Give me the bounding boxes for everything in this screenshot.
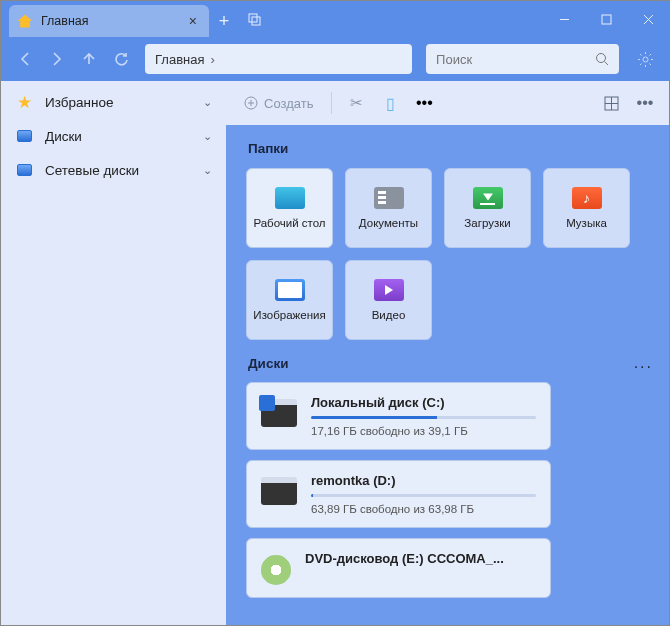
layout-button[interactable] [597,89,625,117]
folder-documents[interactable]: Документы [345,168,432,248]
sidebar-item-disks[interactable]: Диски ⌄ [1,119,226,153]
refresh-button[interactable] [107,45,135,73]
music-folder-icon [572,187,602,209]
toolbar-separator [331,92,332,114]
sidebar-item-favorites[interactable]: ★ Избранное ⌄ [1,85,226,119]
pictures-folder-icon [275,279,305,301]
window-close-button[interactable] [627,1,669,37]
folder-music[interactable]: Музыка [543,168,630,248]
breadcrumb[interactable]: Главная › [145,44,412,74]
disk-dvd[interactable]: DVD-дисковод (E:) CCCOMA_... [246,538,551,598]
sidebar: ★ Избранное ⌄ Диски ⌄ Сетевые диски ⌄ [1,81,226,625]
tab-title: Главная [41,14,185,28]
cut-button[interactable]: ✂ [342,89,370,117]
disks-heading: Диски [248,356,288,371]
local-disk-icon [261,399,297,427]
plus-circle-icon [244,96,258,110]
create-button[interactable]: Создать [236,92,321,115]
breadcrumb-root: Главная [155,52,204,67]
disks-list: Локальный диск (C:) 17,16 ГБ свободно из… [246,382,657,598]
chevron-right-icon: › [210,52,214,67]
search-input[interactable]: Поиск [426,44,619,74]
main-pane: Папки Рабочий стол Документы Загрузки Му… [226,125,669,625]
disk-d[interactable]: remontka (D:) 63,89 ГБ свободно из 63,98… [246,460,551,528]
options-button[interactable]: ••• [631,89,659,117]
disks-more-button[interactable]: ... [634,354,653,372]
dvd-drive-icon [261,555,291,585]
sidebar-item-label: Избранное [45,95,203,110]
sidebar-item-network-drives[interactable]: Сетевые диски ⌄ [1,153,226,187]
documents-folder-icon [374,187,404,209]
home-icon [17,13,33,29]
search-icon [595,52,609,66]
new-tab-button[interactable]: + [209,5,239,37]
svg-rect-3 [602,15,611,24]
forward-button[interactable] [43,45,71,73]
chevron-down-icon: ⌄ [203,164,212,177]
chevron-down-icon: ⌄ [203,130,212,143]
sidebar-item-label: Сетевые диски [45,163,203,178]
disk-progress [311,494,536,497]
create-label: Создать [264,96,313,111]
folder-desktop[interactable]: Рабочий стол [246,168,333,248]
folder-downloads[interactable]: Загрузки [444,168,531,248]
window-maximize-button[interactable] [585,1,627,37]
svg-rect-0 [249,14,257,22]
chevron-down-icon: ⌄ [203,96,212,109]
tab-close-icon[interactable]: × [185,13,201,29]
tab-home[interactable]: Главная × [9,5,209,37]
sidebar-item-label: Диски [45,129,203,144]
folders-heading: Папки [248,141,657,156]
up-button[interactable] [75,45,103,73]
disk-c[interactable]: Локальный диск (C:) 17,16 ГБ свободно из… [246,382,551,450]
downloads-folder-icon [473,187,503,209]
videos-folder-icon [374,279,404,301]
toolbar-more-button[interactable]: ••• [410,89,438,117]
monitor-icon [15,127,33,145]
svg-point-6 [597,54,606,63]
settings-button[interactable] [631,45,659,73]
phone-button[interactable]: ▯ [376,89,404,117]
titlebar: Главная × + [1,1,669,37]
content: Создать ✂ ▯ ••• ••• Папки Рабочий стол Д… [226,81,669,625]
back-button[interactable] [11,45,39,73]
toolbar: Создать ✂ ▯ ••• ••• [226,81,669,125]
local-disk-icon [261,477,297,505]
desktop-folder-icon [275,187,305,209]
svg-point-8 [643,57,648,62]
star-icon: ★ [15,93,33,111]
search-placeholder: Поиск [436,52,595,67]
navbar: Главная › Поиск [1,37,669,81]
folders-grid: Рабочий стол Документы Загрузки Музыка И… [246,168,657,340]
tab-overflow-button[interactable] [239,5,269,37]
window-minimize-button[interactable] [543,1,585,37]
network-drive-icon [15,161,33,179]
svg-line-7 [605,62,609,66]
disk-progress [311,416,536,419]
svg-rect-1 [252,17,260,25]
folder-pictures[interactable]: Изображения [246,260,333,340]
folder-videos[interactable]: Видео [345,260,432,340]
